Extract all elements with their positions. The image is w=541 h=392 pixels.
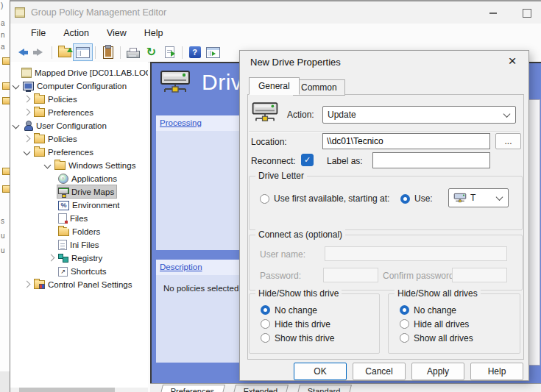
tree-item-registry[interactable]: Registry — [10, 252, 148, 265]
tree-item-preferences[interactable]: Preferences — [10, 146, 148, 159]
help-button[interactable]: ? — [185, 44, 204, 60]
toolbar-separator — [120, 46, 121, 59]
tree-item-environment[interactable]: %Environment — [10, 199, 148, 212]
up-one-level-button[interactable] — [55, 44, 74, 60]
label-as-input[interactable] — [372, 152, 490, 168]
radio-show-all-drives[interactable]: Show all drives — [400, 331, 473, 345]
processing-link[interactable]: Processing — [160, 118, 202, 127]
label-as-label: Label as: — [327, 156, 363, 166]
console-window-button[interactable] — [204, 44, 222, 60]
scrollbar-thumb[interactable] — [19, 388, 115, 392]
tree-item-policies[interactable]: Policies — [10, 93, 148, 106]
user-name-input — [325, 246, 507, 261]
tree-item-drive-maps[interactable]: Drive Maps — [10, 185, 148, 199]
bottom-tab-preferences[interactable]: Preferences — [158, 385, 225, 392]
radio-no-change[interactable]: No change — [261, 303, 334, 317]
chevron-right-icon[interactable] — [24, 281, 31, 288]
radio-hide-this-drive[interactable]: Hide this drive — [261, 317, 334, 331]
chevron-down-icon[interactable] — [24, 149, 31, 156]
chevron-right-icon[interactable] — [24, 135, 31, 143]
reconnect-checkbox[interactable]: ✓ — [301, 154, 314, 166]
chevron-down-icon[interactable] — [13, 122, 20, 129]
tree-item-applications[interactable]: Applications — [10, 172, 148, 185]
maximize-button[interactable] — [517, 7, 537, 20]
radio-no-change[interactable]: No change — [400, 303, 473, 317]
tree-item-ini-files[interactable]: Ini Files — [10, 238, 148, 252]
refresh-button[interactable] — [142, 44, 160, 60]
bottom-tab-standard[interactable]: Standard — [295, 385, 352, 392]
tree-item-preferences[interactable]: Preferences — [10, 106, 148, 119]
tree-item-label: Policies — [48, 95, 77, 104]
toolbar-separator — [52, 46, 52, 59]
radio-label: Use first available, starting at: — [274, 193, 389, 204]
chevron-right-icon[interactable] — [48, 254, 55, 262]
computer-icon — [23, 82, 34, 90]
tab-common[interactable]: Common — [293, 79, 345, 96]
drive-letter-dropdown[interactable]: T — [448, 188, 509, 207]
ok-button[interactable]: OK — [294, 363, 347, 380]
show-console-tree-button[interactable] — [74, 44, 92, 60]
ini-icon — [58, 240, 67, 250]
tree-item-content: Policies — [33, 93, 79, 105]
description-link[interactable]: Description — [160, 263, 202, 271]
menu-file[interactable]: File — [31, 28, 46, 38]
radio-show-this-drive[interactable]: Show this drive — [261, 331, 334, 345]
tree-item-shortcuts[interactable]: ↗Shortcuts — [10, 265, 148, 278]
tree-item-content: Folders — [57, 225, 102, 238]
tree-item-control-panel-settings[interactable]: Control Panel Settings — [10, 278, 148, 291]
env-icon: % — [58, 201, 69, 210]
menu-view[interactable]: View — [107, 28, 127, 38]
tree-horizontal-scrollbar[interactable] — [10, 388, 148, 392]
close-icon[interactable]: × — [503, 52, 521, 70]
apply-button[interactable]: Apply — [411, 363, 464, 380]
radio-hide-all-drives[interactable]: Hide all drives — [400, 317, 473, 331]
menu-help[interactable]: Help — [144, 28, 163, 38]
minimize-button[interactable] — [484, 7, 503, 20]
forward-icon — [33, 49, 46, 56]
tree-item-files[interactable]: Files — [10, 212, 148, 225]
action-dropdown[interactable]: Update — [322, 106, 516, 124]
help-button[interactable]: Help — [470, 363, 523, 380]
folder-icon — [34, 108, 45, 117]
print-button[interactable] — [124, 44, 142, 60]
radio-icon — [261, 305, 270, 315]
copy-button[interactable] — [99, 44, 117, 60]
forward-button[interactable] — [30, 44, 49, 60]
tree-item-label: Control Panel Settings — [48, 280, 132, 289]
tree-item-mapped-drive-dc01-lab-loca[interactable]: Mapped Drive [DC01.LAB.LOCA — [10, 66, 148, 79]
tree-item-user-configuration[interactable]: User Configuration — [10, 119, 148, 132]
tree-item-label: Shortcuts — [71, 267, 107, 276]
hide-show-all-drives-group: Hide/Show all drives No changeHide all d… — [388, 293, 520, 354]
drive-icon — [58, 187, 68, 196]
reconnect-label: Reconnect: — [251, 156, 296, 166]
tab-general[interactable]: General — [249, 77, 300, 95]
radio-label: Hide this drive — [275, 319, 330, 329]
registry-icon — [58, 253, 68, 263]
title-bar: Group Policy Management Editor — [10, 1, 541, 24]
menu-action[interactable]: Action — [63, 28, 89, 38]
tree-item-label: Ini Files — [70, 240, 99, 249]
chevron-down-icon[interactable] — [44, 162, 52, 169]
bottom-tab-extended[interactable]: Extended — [231, 385, 289, 392]
tree-item-policies[interactable]: Policies — [10, 132, 148, 146]
location-input[interactable] — [322, 133, 490, 149]
chevron-down-icon[interactable] — [13, 82, 20, 90]
minimize-icon — [489, 13, 497, 14]
radio-use-first-available[interactable]: Use first available, starting at: — [260, 193, 389, 204]
tree-item-label: Drive Maps — [71, 188, 114, 196]
back-button[interactable] — [12, 44, 30, 60]
radio-use[interactable]: Use: — [400, 193, 433, 204]
tree-item-folders[interactable]: Folders — [10, 225, 148, 238]
tree-item-windows-settings[interactable]: Windows Settings — [10, 159, 148, 172]
folder-icon — [54, 161, 66, 170]
back-icon — [15, 49, 28, 56]
export-list-button[interactable] — [160, 44, 179, 60]
tree-item-computer-configuration[interactable]: Computer Configuration — [10, 79, 148, 93]
chevron-right-icon[interactable] — [24, 96, 31, 103]
tree-item-label: Preferences — [48, 148, 93, 157]
cancel-button[interactable]: Cancel — [353, 363, 406, 380]
tree-item-content: Mapped Drive [DC01.LAB.LOCA — [21, 66, 148, 79]
chevron-right-icon[interactable] — [24, 109, 31, 116]
browse-button[interactable]: ... — [495, 133, 521, 149]
text-fragment: ) — [1, 1, 3, 10]
